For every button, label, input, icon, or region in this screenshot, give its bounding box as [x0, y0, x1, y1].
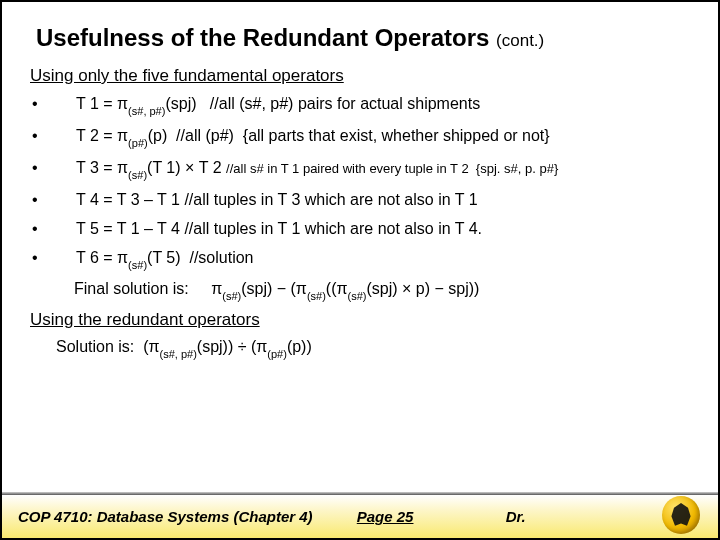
step-text: T 1 = π(s#, p#)(spj) //all (s#, p#) pair… — [76, 94, 698, 117]
bullet-icon: • — [32, 94, 76, 114]
slide-title: Usefulness of the Redundant Operators (c… — [36, 24, 698, 52]
slide: Usefulness of the Redundant Operators (c… — [0, 0, 720, 540]
footer-author: Dr. — [506, 508, 526, 525]
list-item: • T 2 = π(p#)(p) //all (p#) {all parts t… — [32, 126, 698, 149]
bullet-icon: • — [32, 158, 76, 178]
step-text: T 5 = T 1 – T 4 //all tuples in T 1 whic… — [76, 219, 698, 239]
section-heading-1: Using only the five fundamental operator… — [30, 66, 698, 86]
final-solution-line: Final solution is: π(s#)(spj) − (π(s#)((… — [74, 280, 698, 300]
footer-course: COP 4710: Database Systems (Chapter 4) — [18, 508, 313, 525]
bullet-icon: • — [32, 248, 76, 268]
list-item: • T 5 = T 1 – T 4 //all tuples in T 1 wh… — [32, 219, 698, 239]
final-label: Final solution is: — [74, 280, 189, 298]
list-item: • T 6 = π(s#)(T 5) //solution — [32, 248, 698, 271]
step-text: T 3 = π(s#)(T 1) × T 2 //all s# in T 1 p… — [76, 158, 698, 181]
bullet-icon: • — [32, 190, 76, 210]
list-item: • T 4 = T 3 – T 1 //all tuples in T 3 wh… — [32, 190, 698, 210]
redundant-solution: Solution is: (π(s#, p#)(spj)) ÷ (π(p#)(p… — [56, 338, 698, 358]
footer-page: Page 25 — [357, 508, 414, 525]
footer-text: COP 4710: Database Systems (Chapter 4) P… — [18, 508, 536, 525]
step-text: T 6 = π(s#)(T 5) //solution — [76, 248, 698, 271]
step-text: T 2 = π(p#)(p) //all (p#) {all parts tha… — [76, 126, 698, 149]
title-cont: (cont.) — [496, 31, 544, 50]
bullet-icon: • — [32, 126, 76, 146]
title-main: Usefulness of the Redundant Operators — [36, 24, 489, 51]
section-heading-2: Using the redundant operators — [30, 310, 698, 330]
list-item: • T 1 = π(s#, p#)(spj) //all (s#, p#) pa… — [32, 94, 698, 117]
steps-list: • T 1 = π(s#, p#)(spj) //all (s#, p#) pa… — [32, 94, 698, 271]
ucf-logo-icon — [662, 496, 700, 534]
footer-bar: COP 4710: Database Systems (Chapter 4) P… — [2, 492, 718, 538]
list-item: • T 3 = π(s#)(T 1) × T 2 //all s# in T 1… — [32, 158, 698, 181]
step-text: T 4 = T 3 – T 1 //all tuples in T 3 whic… — [76, 190, 698, 210]
content-area: Usefulness of the Redundant Operators (c… — [2, 2, 718, 358]
final-expr: π(s#)(spj) − (π(s#)((π(s#)(spj) × p) − s… — [211, 280, 479, 297]
bullet-icon: • — [32, 219, 76, 239]
